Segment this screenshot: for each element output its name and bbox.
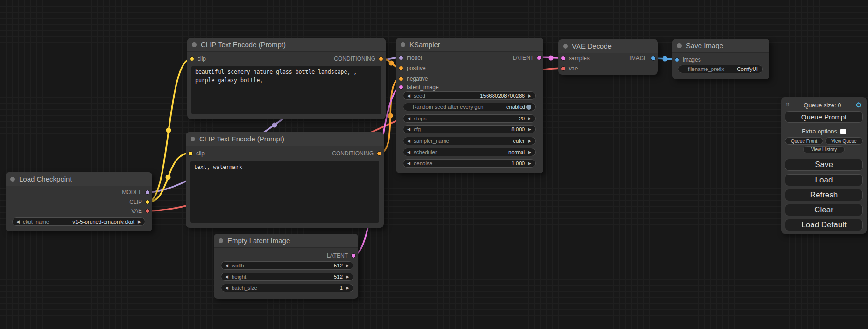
save-button[interactable]: Save (785, 159, 863, 171)
extra-options-checkbox[interactable] (840, 129, 846, 134)
increment-arrow-icon[interactable] (528, 94, 531, 98)
collapse-dot-icon[interactable] (563, 44, 568, 49)
input-negative[interactable]: negative (399, 76, 428, 82)
positive-prompt-textarea[interactable]: beautiful scenery nature glass bottle la… (191, 66, 381, 114)
latent-port-icon[interactable] (537, 56, 542, 60)
output-latent[interactable]: LATENT (513, 55, 542, 61)
node-title-bar[interactable]: CLIP Text Encode (Prompt) (186, 132, 384, 146)
input-clip[interactable]: clip (188, 150, 205, 157)
decrement-arrow-icon[interactable] (407, 139, 410, 143)
vae-port-icon[interactable] (561, 66, 565, 71)
node-ksampler[interactable]: KSampler model positive negative latent_… (396, 38, 543, 173)
decrement-arrow-icon[interactable] (407, 161, 410, 166)
increment-arrow-icon[interactable] (528, 117, 531, 121)
node-clip-text-encode-positive[interactable]: CLIP Text Encode (Prompt) clip CONDITION… (187, 38, 386, 119)
output-conditioning[interactable]: CONDITIONING (332, 150, 381, 157)
clear-button[interactable]: Clear (785, 204, 863, 216)
input-latent-image[interactable]: latent_image (399, 84, 439, 91)
node-empty-latent-image[interactable]: Empty Latent Image LATENT width 512 heig… (214, 234, 358, 299)
link-dot[interactable] (549, 56, 554, 61)
height-widget[interactable]: height 512 (221, 273, 353, 281)
clip-port-icon[interactable] (190, 56, 194, 61)
random-seed-toggle-widget[interactable]: Random seed after every gen enabled (403, 103, 536, 111)
decrement-arrow-icon[interactable] (407, 94, 410, 98)
node-title-bar[interactable]: Save Image (672, 39, 769, 53)
steps-widget[interactable]: steps 20 (403, 114, 536, 123)
link-dot[interactable] (389, 61, 394, 66)
collapse-dot-icon[interactable] (677, 43, 682, 48)
output-latent[interactable]: LATENT (327, 252, 356, 259)
increment-arrow-icon[interactable] (528, 161, 531, 166)
clip-port-icon[interactable] (145, 200, 150, 204)
seed-widget[interactable]: seed 156680208700286 (403, 91, 536, 100)
clip-port-icon[interactable] (188, 151, 193, 156)
batch-size-widget[interactable]: batch_size 1 (221, 284, 353, 292)
sampler-name-widget[interactable]: sampler_name euler (403, 137, 536, 145)
conditioning-port-icon[interactable] (377, 151, 381, 156)
filename-prefix-widget[interactable]: filename_prefix ComfyUI (678, 65, 763, 73)
output-conditioning[interactable]: CONDITIONING (334, 56, 383, 62)
node-save-image[interactable]: Save Image images filename_prefix ComfyU… (672, 39, 769, 79)
node-title-bar[interactable]: Empty Latent Image (214, 234, 358, 248)
queue-front-button[interactable]: Queue Front (785, 137, 823, 145)
collapse-dot-icon[interactable] (401, 42, 405, 47)
input-positive[interactable]: positive (399, 65, 426, 71)
output-model[interactable]: MODEL (122, 189, 150, 196)
increment-arrow-icon[interactable] (528, 127, 531, 132)
image-port-icon[interactable] (651, 56, 656, 61)
denoise-widget[interactable]: denoise 1.000 (403, 159, 536, 168)
decrement-arrow-icon[interactable] (225, 264, 228, 268)
output-vae[interactable]: VAE (131, 208, 150, 214)
image-port-icon[interactable] (675, 57, 679, 62)
negative-prompt-textarea[interactable]: text, watermark (190, 161, 379, 223)
increment-arrow-icon[interactable] (528, 150, 531, 154)
ckpt-name-widget[interactable]: ckpt_name v1-5-pruned-emaonly.ckpt (12, 217, 145, 226)
increment-arrow-icon[interactable] (346, 264, 349, 268)
width-widget[interactable]: width 512 (221, 261, 353, 270)
node-clip-text-encode-negative[interactable]: CLIP Text Encode (Prompt) clip CONDITION… (186, 132, 384, 228)
cfg-widget[interactable]: cfg 8.000 (403, 125, 536, 133)
output-image[interactable]: IMAGE (629, 55, 656, 62)
refresh-button[interactable]: Refresh (785, 189, 863, 201)
decrement-arrow-icon[interactable] (225, 286, 228, 290)
node-title-bar[interactable]: CLIP Text Encode (Prompt) (187, 38, 386, 52)
node-load-checkpoint[interactable]: Load Checkpoint MODEL CLIP VAE ckpt_name… (6, 172, 152, 231)
input-vae[interactable]: vae (561, 65, 578, 72)
link-dot[interactable] (388, 113, 393, 119)
queue-prompt-button[interactable]: Queue Prompt (785, 111, 863, 123)
collapse-dot-icon[interactable] (191, 137, 195, 141)
node-title-bar[interactable]: Load Checkpoint (6, 172, 152, 186)
link-dot[interactable] (166, 175, 171, 180)
increment-arrow-icon[interactable] (138, 220, 141, 224)
input-model[interactable]: model (399, 55, 422, 61)
decrement-arrow-icon[interactable] (225, 275, 228, 279)
conditioning-port-icon[interactable] (379, 56, 383, 61)
toggle-on-icon[interactable] (526, 105, 531, 110)
latent-port-icon[interactable] (399, 85, 403, 90)
load-default-button[interactable]: Load Default (785, 219, 863, 231)
decrement-arrow-icon[interactable] (16, 220, 20, 224)
link-dot[interactable] (272, 123, 277, 128)
vae-port-icon[interactable] (145, 209, 150, 213)
collapse-dot-icon[interactable] (219, 238, 223, 243)
scheduler-widget[interactable]: scheduler normal (403, 148, 536, 156)
conditioning-port-icon[interactable] (399, 66, 403, 70)
load-button[interactable]: Load (785, 174, 863, 186)
node-title-bar[interactable]: VAE Decode (558, 39, 658, 53)
input-clip[interactable]: clip (190, 56, 206, 62)
link-dot[interactable] (663, 56, 668, 62)
conditioning-port-icon[interactable] (399, 77, 403, 81)
model-port-icon[interactable] (145, 190, 150, 195)
latent-port-icon[interactable] (351, 253, 356, 258)
node-title-bar[interactable]: KSampler (396, 38, 543, 52)
drag-handle-icon[interactable]: ⠿ (786, 102, 789, 108)
view-history-button[interactable]: View History (803, 146, 845, 153)
input-samples[interactable]: samples (561, 55, 590, 62)
decrement-arrow-icon[interactable] (407, 117, 410, 121)
collapse-dot-icon[interactable] (192, 42, 197, 47)
node-vae-decode[interactable]: VAE Decode samples vae IMAGE (558, 39, 658, 75)
decrement-arrow-icon[interactable] (407, 150, 410, 154)
link-dot[interactable] (166, 128, 171, 133)
decrement-arrow-icon[interactable] (407, 127, 410, 132)
model-port-icon[interactable] (399, 56, 403, 60)
